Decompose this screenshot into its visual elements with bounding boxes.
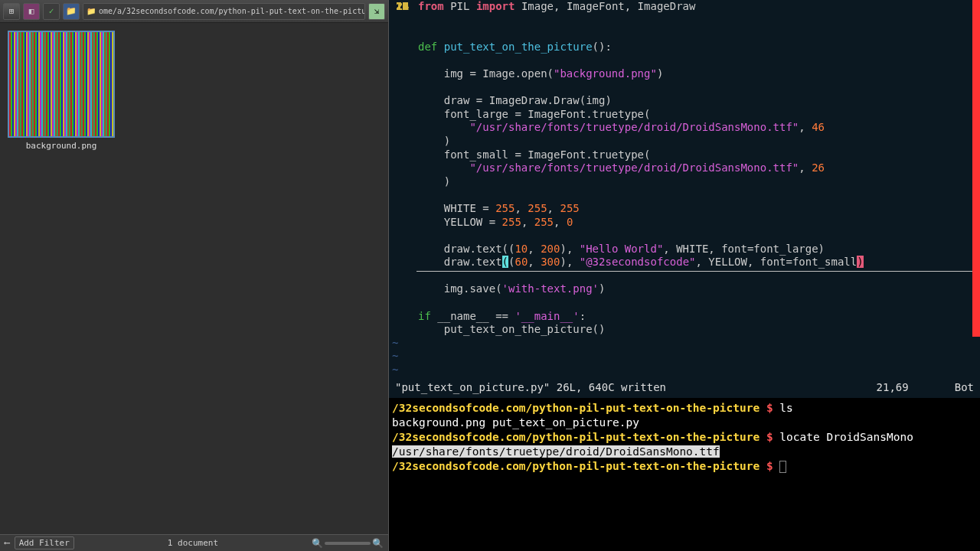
back-icon[interactable]: ⟵ <box>5 538 10 548</box>
nav-action-icon[interactable]: ⇲ <box>368 3 385 20</box>
vim-tilde: ~ <box>389 350 980 364</box>
cursor-underline <box>416 271 972 272</box>
vim-statusline: "put_text_on_picture.py" 26L, 640C writt… <box>395 381 974 395</box>
vim-tilde: ~ <box>389 364 980 377</box>
shell-output: background.png put_text_on_picture.py <box>392 416 977 430</box>
terminal-pane: 2from PIL import Image, ImageFont, Image… <box>389 0 980 551</box>
shell-prompt: $ <box>766 402 773 414</box>
view-grid-icon[interactable]: ⊞ <box>3 3 20 20</box>
shell-cwd: /32secondsofcode.com/python-pil-put-text… <box>392 460 760 472</box>
shell-prompt: $ <box>766 460 773 472</box>
file-thumbnail[interactable] <box>8 31 115 138</box>
shell-cmd: locate DroidSansMono <box>779 431 913 443</box>
file-label: background.png <box>8 141 115 151</box>
shell[interactable]: /32secondsofcode.com/python-pil-put-text… <box>389 398 980 551</box>
file-area[interactable]: background.png <box>0 23 388 534</box>
shell-cursor <box>779 461 786 473</box>
vim-position: 21,69 <box>877 381 909 395</box>
vim-editor[interactable]: 2from PIL import Image, ImageFont, Image… <box>389 0 980 398</box>
vim-message: "put_text_on_picture.py" 26L, 640C writt… <box>395 381 666 395</box>
vim-scroll: Bot <box>955 381 974 395</box>
fm-statusbar: ⟵ Add Filter 1 document 🔍 🔍 <box>0 534 388 551</box>
check-icon[interactable]: ✓ <box>43 3 60 20</box>
shell-output-selected: /usr/share/fonts/truetype/droid/DroidSan… <box>392 445 720 458</box>
doc-count: 1 document <box>79 538 307 548</box>
shell-cmd: ls <box>779 402 792 414</box>
location-tab[interactable]: 📁 ome/a/32secondsofcode.com/python-pil-p… <box>83 3 365 20</box>
fm-toolbar: ⊞ ◧ ✓ 📁 📁 ome/a/32secondsofcode.com/pyth… <box>0 0 388 23</box>
file-manager-pane: ⊞ ◧ ✓ 📁 📁 ome/a/32secondsofcode.com/pyth… <box>0 0 389 551</box>
vim-tilde: ~ <box>389 337 980 350</box>
zoom-slider[interactable] <box>325 542 371 545</box>
file-item[interactable]: background.png <box>8 31 115 527</box>
zoom-in-icon[interactable]: 🔍 <box>372 538 384 549</box>
tab-path: ome/a/32secondsofcode.com/python-pil-put… <box>99 7 365 15</box>
zoom-control[interactable]: 🔍 🔍 <box>312 538 384 549</box>
add-filter-button[interactable]: Add Filter <box>15 536 74 549</box>
code-area[interactable]: 2from PIL import Image, ImageFont, Image… <box>389 0 980 337</box>
folder-icon[interactable]: 📁 <box>63 3 80 20</box>
tab-folder-icon: 📁 <box>87 7 96 15</box>
shell-cwd: /32secondsofcode.com/python-pil-put-text… <box>392 431 760 443</box>
shell-prompt: $ <box>766 431 773 443</box>
shell-cwd: /32secondsofcode.com/python-pil-put-text… <box>392 402 760 414</box>
zoom-out-icon[interactable]: 🔍 <box>312 538 323 549</box>
app-icon[interactable]: ◧ <box>23 3 40 20</box>
